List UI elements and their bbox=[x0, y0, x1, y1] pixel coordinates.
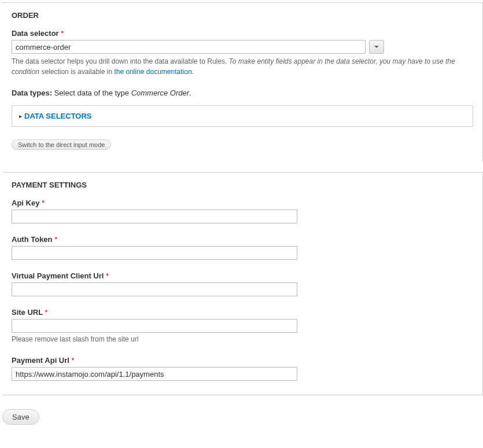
help-suffix-before-link: selection is available in bbox=[39, 68, 114, 76]
save-button[interactable]: Save bbox=[2, 409, 39, 425]
arrow-right-icon: ▸ bbox=[19, 113, 22, 119]
data-selector-label-text: Data selector bbox=[12, 29, 59, 38]
api-key-input[interactable] bbox=[12, 210, 297, 223]
api-key-item: Api Key * bbox=[12, 199, 473, 223]
data-selectors-title: DATA SELECTORS bbox=[24, 112, 92, 120]
data-selector-input[interactable] bbox=[12, 40, 366, 54]
site-url-item: Site URL * Please remove last slash from… bbox=[12, 308, 473, 344]
help-prefix: The data selector helps you drill down i… bbox=[12, 57, 229, 65]
payment-settings-title: PAYMENT SETTINGS bbox=[12, 181, 473, 189]
payment-api-url-input[interactable] bbox=[12, 367, 297, 381]
auth-token-label-text: Auth Token bbox=[12, 235, 53, 244]
site-url-label: Site URL * bbox=[12, 308, 473, 317]
api-key-label-text: Api Key bbox=[12, 199, 39, 207]
required-mark: * bbox=[45, 308, 48, 317]
required-mark: * bbox=[61, 29, 64, 38]
auth-token-item: Auth Token * bbox=[12, 235, 473, 260]
auth-token-input[interactable] bbox=[12, 246, 297, 260]
payment-api-url-item: Payment Api Url * bbox=[12, 356, 473, 381]
help-after-link: . bbox=[192, 68, 194, 76]
chevron-down-icon bbox=[374, 44, 379, 50]
payment-settings-fieldset: PAYMENT SETTINGS Api Key * Auth Token * … bbox=[2, 172, 483, 395]
payment-api-url-label-text: Payment Api Url bbox=[12, 356, 69, 365]
data-types-row: Data types: Select data of the type Comm… bbox=[12, 89, 473, 97]
order-fieldset: ORDER Data selector * The data selector … bbox=[2, 2, 483, 161]
order-title: ORDER bbox=[12, 11, 473, 20]
site-url-label-text: Site URL bbox=[12, 308, 43, 317]
data-selector-label: Data selector * bbox=[12, 29, 473, 38]
vpc-url-label: Virtual Payment Client Url * bbox=[12, 271, 473, 280]
switch-mode-button[interactable]: Switch to the direct input mode bbox=[12, 139, 111, 150]
api-key-label: Api Key * bbox=[12, 199, 473, 207]
data-selector-item: Data selector * The data selector helps … bbox=[12, 29, 473, 77]
data-selector-help: The data selector helps you drill down i… bbox=[12, 56, 473, 77]
required-mark: * bbox=[72, 356, 75, 365]
site-url-input[interactable] bbox=[12, 319, 297, 333]
auth-token-label: Auth Token * bbox=[12, 235, 473, 244]
data-types-text: Select data of the type bbox=[52, 89, 131, 97]
required-mark: * bbox=[54, 235, 57, 244]
data-selector-dropdown-button[interactable] bbox=[369, 40, 384, 54]
payment-api-url-label: Payment Api Url * bbox=[12, 356, 473, 365]
online-documentation-link[interactable]: the online documentation bbox=[114, 68, 191, 76]
data-selectors-header[interactable]: ▸ DATA SELECTORS bbox=[19, 112, 466, 120]
data-selectors-collapsible: ▸ DATA SELECTORS bbox=[12, 105, 473, 127]
vpc-url-label-text: Virtual Payment Client Url bbox=[12, 271, 104, 280]
data-selector-row bbox=[12, 40, 473, 54]
site-url-help: Please remove last slash from the site u… bbox=[12, 334, 473, 344]
data-types-em: Commerce Order bbox=[131, 89, 189, 97]
data-types-end: . bbox=[189, 89, 191, 97]
data-types-label: Data types: bbox=[12, 89, 52, 97]
vpc-url-input[interactable] bbox=[12, 282, 297, 296]
required-mark: * bbox=[106, 271, 109, 280]
required-mark: * bbox=[42, 199, 45, 207]
vpc-url-item: Virtual Payment Client Url * bbox=[12, 271, 473, 296]
